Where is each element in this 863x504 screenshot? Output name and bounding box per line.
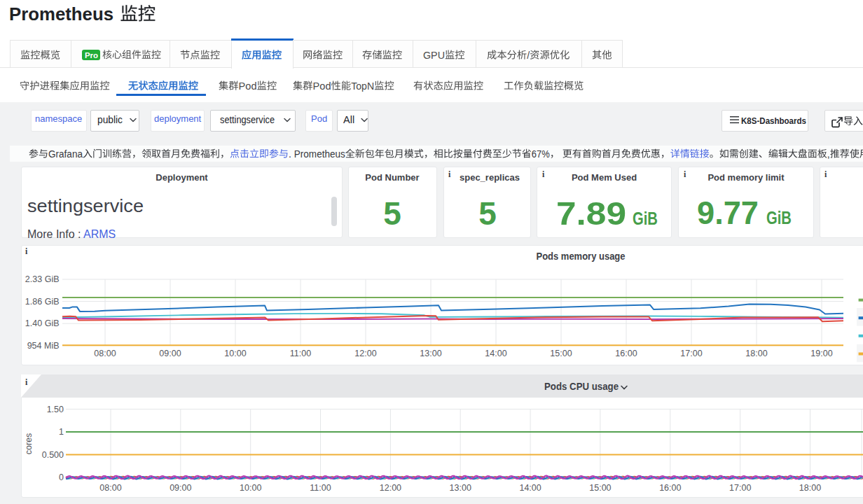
- svg-text:i: i: [684, 169, 686, 179]
- svg-text:5: 5: [383, 195, 401, 232]
- svg-text:16:00: 16:00: [615, 349, 637, 358]
- svg-text:18:00: 18:00: [745, 349, 767, 358]
- svg-text:67%: 67%: [532, 148, 550, 160]
- svg-text:TopN: TopN: [351, 80, 374, 91]
- svg-text:i: i: [448, 169, 451, 179]
- svg-text:cores: cores: [24, 433, 34, 455]
- svg-text:13:00: 13:00: [420, 349, 441, 358]
- svg-text:09:00: 09:00: [159, 349, 181, 358]
- svg-text:09:00: 09:00: [170, 483, 191, 493]
- svg-text:Pods memory usage: Pods memory usage: [537, 251, 626, 262]
- svg-text:Pod Number: Pod Number: [365, 172, 419, 183]
- svg-text:.: .: [289, 148, 291, 160]
- svg-text:1.40 GiB: 1.40 GiB: [25, 318, 60, 328]
- svg-text:Pod memory limit: Pod memory limit: [707, 172, 785, 183]
- svg-text:settingservice: settingservice: [220, 114, 275, 125]
- svg-text:GPU: GPU: [423, 50, 445, 61]
- svg-text:Pod: Pod: [239, 80, 257, 91]
- svg-text:0.500: 0.500: [42, 450, 64, 460]
- svg-text:14:00: 14:00: [519, 483, 541, 493]
- svg-text:Deployment: Deployment: [156, 172, 208, 183]
- svg-text:Prometheus: Prometheus: [294, 148, 345, 160]
- svg-text:1.50: 1.50: [47, 405, 64, 414]
- svg-text:i: i: [542, 169, 545, 179]
- svg-text:11:00: 11:00: [310, 483, 331, 493]
- svg-text:Pod: Pod: [311, 113, 327, 124]
- svg-text:K8S-Dashboards: K8S-Dashboards: [741, 115, 806, 126]
- svg-text:1: 1: [59, 427, 64, 437]
- svg-text:Pods CPU usage: Pods CPU usage: [544, 381, 619, 392]
- svg-text:17:00: 17:00: [680, 349, 702, 358]
- svg-text:Pod: Pod: [313, 80, 331, 91]
- svg-text:All: All: [343, 114, 354, 125]
- svg-text:Pod Mem Used: Pod Mem Used: [572, 172, 637, 183]
- svg-text:10:00: 10:00: [240, 483, 261, 493]
- svg-text:Pro: Pro: [85, 51, 98, 59]
- svg-text:settingservice: settingservice: [27, 195, 144, 216]
- svg-text:13:00: 13:00: [450, 483, 471, 493]
- svg-text:15:00: 15:00: [550, 349, 572, 358]
- svg-text:18:00: 18:00: [799, 483, 821, 493]
- svg-text:i: i: [25, 246, 28, 256]
- svg-text:i: i: [824, 169, 827, 179]
- svg-text:17:00: 17:00: [729, 483, 751, 493]
- svg-text:12:00: 12:00: [380, 483, 401, 493]
- svg-text:16:00: 16:00: [659, 483, 681, 493]
- svg-text:Prometheus: Prometheus: [9, 4, 113, 24]
- svg-text:Grafana: Grafana: [48, 148, 83, 160]
- svg-text:08:00: 08:00: [94, 349, 116, 358]
- svg-text:1.86 GiB: 1.86 GiB: [25, 297, 60, 307]
- svg-text:9.77: 9.77: [697, 195, 759, 231]
- svg-text:11:00: 11:00: [290, 349, 311, 358]
- svg-text:15:00: 15:00: [589, 483, 611, 493]
- svg-text:spec_replicas: spec_replicas: [459, 172, 519, 183]
- svg-text:19:00: 19:00: [810, 349, 832, 358]
- svg-text:14:00: 14:00: [485, 349, 506, 358]
- svg-text:/: /: [527, 50, 530, 61]
- svg-text:954 MiB: 954 MiB: [27, 341, 60, 351]
- svg-text:namespace: namespace: [35, 113, 82, 124]
- svg-text:0: 0: [59, 472, 64, 482]
- svg-text:08:00: 08:00: [99, 483, 121, 493]
- svg-text:,: ,: [827, 148, 830, 160]
- svg-text:public: public: [97, 114, 123, 125]
- svg-text:5: 5: [478, 195, 497, 232]
- svg-text:GiB: GiB: [766, 207, 792, 228]
- svg-text:10:00: 10:00: [224, 349, 246, 358]
- svg-text:7.89: 7.89: [556, 195, 626, 232]
- svg-text:12:00: 12:00: [354, 349, 376, 358]
- svg-text:deployment: deployment: [154, 113, 202, 124]
- svg-text:2.33 GiB: 2.33 GiB: [25, 274, 60, 284]
- svg-text:GiB: GiB: [633, 208, 658, 229]
- svg-text:More Info : ARMS: More Info : ARMS: [27, 228, 116, 239]
